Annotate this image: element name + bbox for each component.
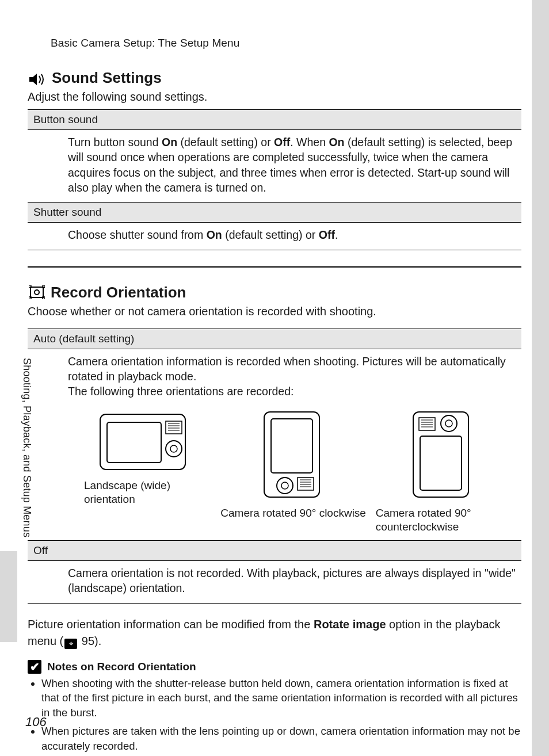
section-title-sound: Sound Settings (29, 69, 521, 87)
notes-list: When shooting with the shutter-release b… (28, 676, 521, 754)
orientation-diagrams: Landscape (wide) orientation Camera rota… (68, 408, 516, 534)
below-table-note: Picture orientation information can be m… (28, 616, 521, 650)
sound-options-table: Button sound Turn button sound On (defau… (28, 109, 521, 250)
section-intro: Adjust the following sound settings. (28, 90, 521, 104)
option-label: Auto (default setting) (28, 329, 521, 349)
note-item: When pictures are taken with the lens po… (41, 724, 521, 754)
svg-rect-0 (30, 287, 43, 297)
option-label: Button sound (28, 110, 521, 130)
notes-heading: ✔ Notes on Record Orientation (28, 660, 521, 674)
orientation-label: Landscape (wide) orientation (68, 479, 217, 507)
orientation-label: Camera rotated 90° counterclockwise (367, 506, 516, 534)
camera-rotated-cw-icon (260, 408, 324, 501)
section-intro: Choose whether or not camera orientation… (28, 305, 521, 318)
record-orientation-icon (29, 285, 45, 299)
orientation-label: Camera rotated 90° clockwise (217, 506, 366, 521)
camera-landscape-icon (97, 408, 189, 473)
option-body: Camera orientation is not recorded. With… (68, 566, 516, 596)
option-label: Shutter sound (28, 203, 521, 223)
section-divider (28, 266, 521, 268)
page-edge-mask (532, 0, 549, 756)
note-item: When shooting with the shutter-release b… (41, 676, 521, 721)
section-title-text: Record Orientation (51, 284, 186, 301)
option-body: Turn button sound On (default setting) o… (68, 135, 516, 195)
orientation-cw: Camera rotated 90° clockwise (217, 408, 366, 534)
side-thumb-tab (0, 551, 17, 642)
camera-rotated-ccw-icon (409, 408, 473, 501)
breadcrumb: Basic Camera Setup: The Setup Menu (51, 37, 521, 49)
option-label: Off (28, 540, 521, 560)
notes-title: Notes on Record Orientation (47, 660, 196, 673)
side-section-label: Shooting, Playback, and Setup Menus (21, 358, 33, 537)
section-title-text: Sound Settings (52, 69, 162, 87)
svg-rect-7 (107, 422, 161, 463)
page-number: 106 (25, 715, 47, 730)
orientation-landscape: Landscape (wide) orientation (68, 408, 217, 534)
orientation-ccw: Camera rotated 90° counterclockwise (367, 408, 516, 534)
option-body: Choose shutter sound from On (default se… (68, 227, 516, 242)
svg-rect-25 (420, 436, 462, 490)
svg-point-1 (35, 290, 39, 295)
svg-rect-16 (271, 419, 312, 473)
manual-page: Basic Camera Setup: The Setup Menu Sound… (0, 0, 549, 756)
speaker-icon (29, 72, 46, 85)
section-title-record: Record Orientation (29, 284, 521, 301)
check-icon: ✔ (28, 660, 41, 674)
auto-body-line1: Camera orientation information is record… (68, 355, 506, 383)
record-options-table: Auto (default setting) Camera orientatio… (28, 329, 521, 604)
option-body: Camera orientation information is record… (68, 354, 516, 399)
auto-body-line2: The following three orientations are rec… (68, 385, 293, 398)
